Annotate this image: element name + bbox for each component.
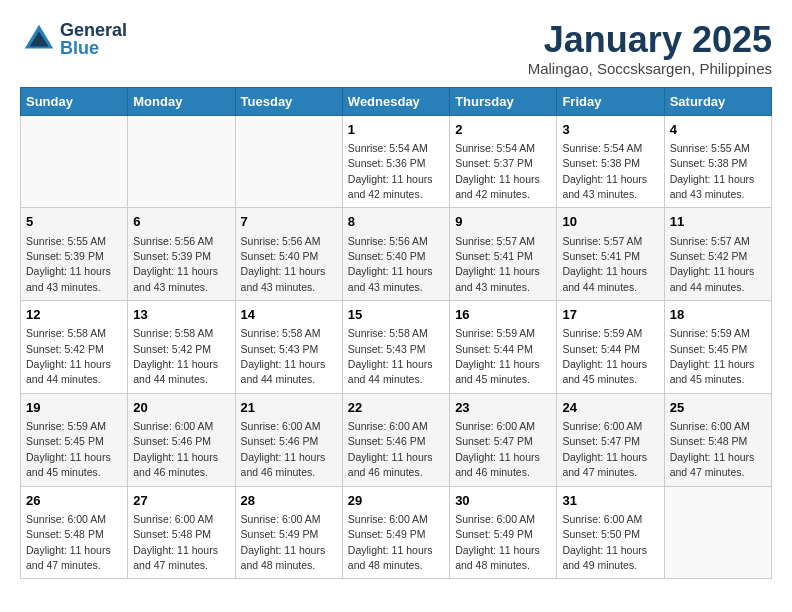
- day-info: Sunrise: 6:00 AM Sunset: 5:48 PM Dayligh…: [133, 513, 218, 571]
- day-info: Sunrise: 5:58 AM Sunset: 5:42 PM Dayligh…: [26, 327, 111, 385]
- calendar-cell: 13Sunrise: 5:58 AM Sunset: 5:42 PM Dayli…: [128, 301, 235, 394]
- day-number: 27: [133, 492, 229, 510]
- day-info: Sunrise: 6:00 AM Sunset: 5:49 PM Dayligh…: [241, 513, 326, 571]
- day-info: Sunrise: 5:58 AM Sunset: 5:42 PM Dayligh…: [133, 327, 218, 385]
- day-info: Sunrise: 5:54 AM Sunset: 5:37 PM Dayligh…: [455, 142, 540, 200]
- day-info: Sunrise: 5:58 AM Sunset: 5:43 PM Dayligh…: [241, 327, 326, 385]
- header-day: Wednesday: [342, 87, 449, 115]
- logo-general: General: [60, 21, 127, 39]
- calendar-cell: 27Sunrise: 6:00 AM Sunset: 5:48 PM Dayli…: [128, 486, 235, 579]
- day-info: Sunrise: 5:56 AM Sunset: 5:39 PM Dayligh…: [133, 235, 218, 293]
- calendar-cell: 20Sunrise: 6:00 AM Sunset: 5:46 PM Dayli…: [128, 393, 235, 486]
- header-day: Thursday: [450, 87, 557, 115]
- day-info: Sunrise: 6:00 AM Sunset: 5:50 PM Dayligh…: [562, 513, 647, 571]
- day-info: Sunrise: 5:55 AM Sunset: 5:38 PM Dayligh…: [670, 142, 755, 200]
- day-number: 18: [670, 306, 766, 324]
- calendar-subtitle: Malingao, Soccsksargen, Philippines: [528, 60, 772, 77]
- day-number: 17: [562, 306, 658, 324]
- calendar-week-row: 26Sunrise: 6:00 AM Sunset: 5:48 PM Dayli…: [21, 486, 772, 579]
- day-number: 8: [348, 213, 444, 231]
- day-number: 28: [241, 492, 337, 510]
- calendar-header: SundayMondayTuesdayWednesdayThursdayFrid…: [21, 87, 772, 115]
- logo-blue: Blue: [60, 39, 127, 57]
- calendar-cell: [235, 115, 342, 208]
- day-number: 26: [26, 492, 122, 510]
- calendar-table: SundayMondayTuesdayWednesdayThursdayFrid…: [20, 87, 772, 580]
- calendar-cell: [128, 115, 235, 208]
- calendar-week-row: 12Sunrise: 5:58 AM Sunset: 5:42 PM Dayli…: [21, 301, 772, 394]
- day-info: Sunrise: 5:55 AM Sunset: 5:39 PM Dayligh…: [26, 235, 111, 293]
- day-number: 24: [562, 399, 658, 417]
- header-day: Saturday: [664, 87, 771, 115]
- day-info: Sunrise: 6:00 AM Sunset: 5:48 PM Dayligh…: [670, 420, 755, 478]
- calendar-cell: 15Sunrise: 5:58 AM Sunset: 5:43 PM Dayli…: [342, 301, 449, 394]
- day-info: Sunrise: 5:59 AM Sunset: 5:44 PM Dayligh…: [562, 327, 647, 385]
- calendar-cell: 16Sunrise: 5:59 AM Sunset: 5:44 PM Dayli…: [450, 301, 557, 394]
- day-number: 30: [455, 492, 551, 510]
- logo-icon: [20, 20, 58, 58]
- calendar-cell: 4Sunrise: 5:55 AM Sunset: 5:38 PM Daylig…: [664, 115, 771, 208]
- day-info: Sunrise: 5:57 AM Sunset: 5:42 PM Dayligh…: [670, 235, 755, 293]
- header-day: Tuesday: [235, 87, 342, 115]
- calendar-cell: 12Sunrise: 5:58 AM Sunset: 5:42 PM Dayli…: [21, 301, 128, 394]
- calendar-cell: 8Sunrise: 5:56 AM Sunset: 5:40 PM Daylig…: [342, 208, 449, 301]
- calendar-week-row: 5Sunrise: 5:55 AM Sunset: 5:39 PM Daylig…: [21, 208, 772, 301]
- day-info: Sunrise: 6:00 AM Sunset: 5:47 PM Dayligh…: [455, 420, 540, 478]
- calendar-cell: 7Sunrise: 5:56 AM Sunset: 5:40 PM Daylig…: [235, 208, 342, 301]
- day-info: Sunrise: 6:00 AM Sunset: 5:46 PM Dayligh…: [348, 420, 433, 478]
- calendar-cell: 24Sunrise: 6:00 AM Sunset: 5:47 PM Dayli…: [557, 393, 664, 486]
- calendar-cell: 6Sunrise: 5:56 AM Sunset: 5:39 PM Daylig…: [128, 208, 235, 301]
- day-number: 2: [455, 121, 551, 139]
- day-number: 3: [562, 121, 658, 139]
- calendar-cell: 17Sunrise: 5:59 AM Sunset: 5:44 PM Dayli…: [557, 301, 664, 394]
- header-row: SundayMondayTuesdayWednesdayThursdayFrid…: [21, 87, 772, 115]
- day-number: 4: [670, 121, 766, 139]
- day-info: Sunrise: 5:54 AM Sunset: 5:36 PM Dayligh…: [348, 142, 433, 200]
- day-number: 7: [241, 213, 337, 231]
- calendar-cell: [21, 115, 128, 208]
- day-info: Sunrise: 6:00 AM Sunset: 5:46 PM Dayligh…: [241, 420, 326, 478]
- day-number: 6: [133, 213, 229, 231]
- day-number: 9: [455, 213, 551, 231]
- title-section: January 2025 Malingao, Soccsksargen, Phi…: [528, 20, 772, 77]
- day-info: Sunrise: 5:56 AM Sunset: 5:40 PM Dayligh…: [348, 235, 433, 293]
- day-info: Sunrise: 5:59 AM Sunset: 5:44 PM Dayligh…: [455, 327, 540, 385]
- day-number: 19: [26, 399, 122, 417]
- day-number: 31: [562, 492, 658, 510]
- calendar-cell: 1Sunrise: 5:54 AM Sunset: 5:36 PM Daylig…: [342, 115, 449, 208]
- day-number: 15: [348, 306, 444, 324]
- calendar-cell: [664, 486, 771, 579]
- day-info: Sunrise: 5:54 AM Sunset: 5:38 PM Dayligh…: [562, 142, 647, 200]
- calendar-week-row: 19Sunrise: 5:59 AM Sunset: 5:45 PM Dayli…: [21, 393, 772, 486]
- calendar-cell: 18Sunrise: 5:59 AM Sunset: 5:45 PM Dayli…: [664, 301, 771, 394]
- calendar-cell: 5Sunrise: 5:55 AM Sunset: 5:39 PM Daylig…: [21, 208, 128, 301]
- calendar-cell: 26Sunrise: 6:00 AM Sunset: 5:48 PM Dayli…: [21, 486, 128, 579]
- day-info: Sunrise: 5:59 AM Sunset: 5:45 PM Dayligh…: [670, 327, 755, 385]
- day-info: Sunrise: 5:57 AM Sunset: 5:41 PM Dayligh…: [455, 235, 540, 293]
- day-info: Sunrise: 6:00 AM Sunset: 5:47 PM Dayligh…: [562, 420, 647, 478]
- day-number: 25: [670, 399, 766, 417]
- calendar-cell: 29Sunrise: 6:00 AM Sunset: 5:49 PM Dayli…: [342, 486, 449, 579]
- header-day: Friday: [557, 87, 664, 115]
- calendar-body: 1Sunrise: 5:54 AM Sunset: 5:36 PM Daylig…: [21, 115, 772, 579]
- page-header: General Blue January 2025 Malingao, Socc…: [20, 20, 772, 77]
- day-number: 20: [133, 399, 229, 417]
- calendar-cell: 22Sunrise: 6:00 AM Sunset: 5:46 PM Dayli…: [342, 393, 449, 486]
- calendar-cell: 31Sunrise: 6:00 AM Sunset: 5:50 PM Dayli…: [557, 486, 664, 579]
- day-info: Sunrise: 6:00 AM Sunset: 5:49 PM Dayligh…: [348, 513, 433, 571]
- day-number: 1: [348, 121, 444, 139]
- day-number: 29: [348, 492, 444, 510]
- calendar-cell: 23Sunrise: 6:00 AM Sunset: 5:47 PM Dayli…: [450, 393, 557, 486]
- day-number: 10: [562, 213, 658, 231]
- day-number: 14: [241, 306, 337, 324]
- header-day: Monday: [128, 87, 235, 115]
- day-info: Sunrise: 5:57 AM Sunset: 5:41 PM Dayligh…: [562, 235, 647, 293]
- day-info: Sunrise: 5:58 AM Sunset: 5:43 PM Dayligh…: [348, 327, 433, 385]
- logo-text: General Blue: [60, 21, 127, 57]
- day-number: 5: [26, 213, 122, 231]
- day-number: 13: [133, 306, 229, 324]
- calendar-cell: 28Sunrise: 6:00 AM Sunset: 5:49 PM Dayli…: [235, 486, 342, 579]
- day-number: 16: [455, 306, 551, 324]
- day-info: Sunrise: 6:00 AM Sunset: 5:46 PM Dayligh…: [133, 420, 218, 478]
- calendar-cell: 10Sunrise: 5:57 AM Sunset: 5:41 PM Dayli…: [557, 208, 664, 301]
